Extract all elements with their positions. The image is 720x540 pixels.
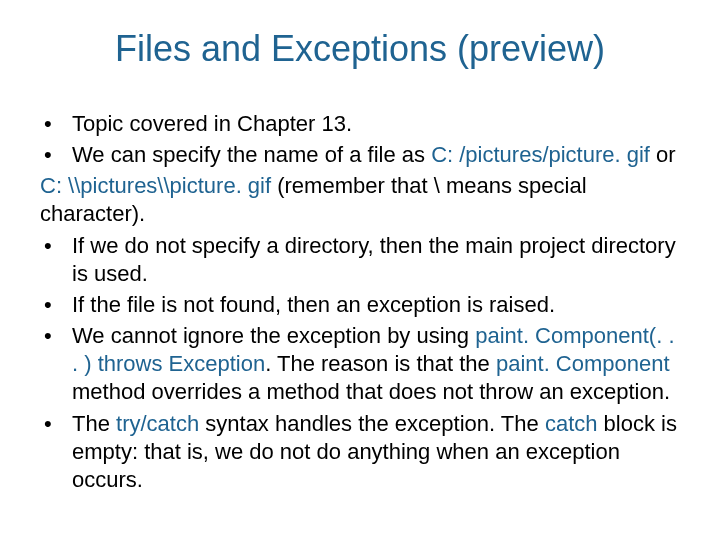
- text-fragment: We cannot ignore the exception by using: [72, 323, 475, 348]
- bullet-item: • The try/catch syntax handles the excep…: [40, 410, 680, 494]
- bullet-text: The try/catch syntax handles the excepti…: [72, 410, 680, 494]
- text-fragment: We can specify the name of a file as: [72, 142, 431, 167]
- code-fragment: try/catch: [116, 411, 199, 436]
- code-path: C: \\pictures\\picture. gif: [40, 173, 271, 198]
- slide: Files and Exceptions (preview) • Topic c…: [0, 0, 720, 540]
- text-fragment: method overrides a method that does not …: [72, 379, 670, 404]
- bullet-text: If the file is not found, then an except…: [72, 291, 680, 319]
- bullet-icon: •: [40, 110, 72, 138]
- code-fragment: paint. Component: [496, 351, 670, 376]
- bullet-text: If we do not specify a directory, then t…: [72, 232, 680, 288]
- bullet-item: • We can specify the name of a file as C…: [40, 141, 680, 169]
- bullet-continuation: C: \\pictures\\picture. gif (remember th…: [40, 172, 680, 228]
- text-fragment: or: [650, 142, 676, 167]
- bullet-item: • Topic covered in Chapter 13.: [40, 110, 680, 138]
- bullet-text: Topic covered in Chapter 13.: [72, 110, 680, 138]
- bullet-icon: •: [40, 410, 72, 438]
- bullet-item: • If the file is not found, then an exce…: [40, 291, 680, 319]
- code-fragment: catch: [545, 411, 598, 436]
- slide-title: Files and Exceptions (preview): [40, 28, 680, 70]
- bullet-text: We can specify the name of a file as C: …: [72, 141, 680, 169]
- bullet-text: We cannot ignore the exception by using …: [72, 322, 680, 406]
- bullet-item: • If we do not specify a directory, then…: [40, 232, 680, 288]
- bullet-icon: •: [40, 232, 72, 260]
- bullet-icon: •: [40, 141, 72, 169]
- code-path: C: /pictures/picture. gif: [431, 142, 650, 167]
- bullet-item: • We cannot ignore the exception by usin…: [40, 322, 680, 406]
- text-fragment: The: [72, 411, 116, 436]
- text-fragment: . The reason is that the: [265, 351, 496, 376]
- slide-body: • Topic covered in Chapter 13. • We can …: [40, 110, 680, 494]
- text-fragment: syntax handles the exception. The: [199, 411, 545, 436]
- bullet-icon: •: [40, 291, 72, 319]
- bullet-icon: •: [40, 322, 72, 350]
